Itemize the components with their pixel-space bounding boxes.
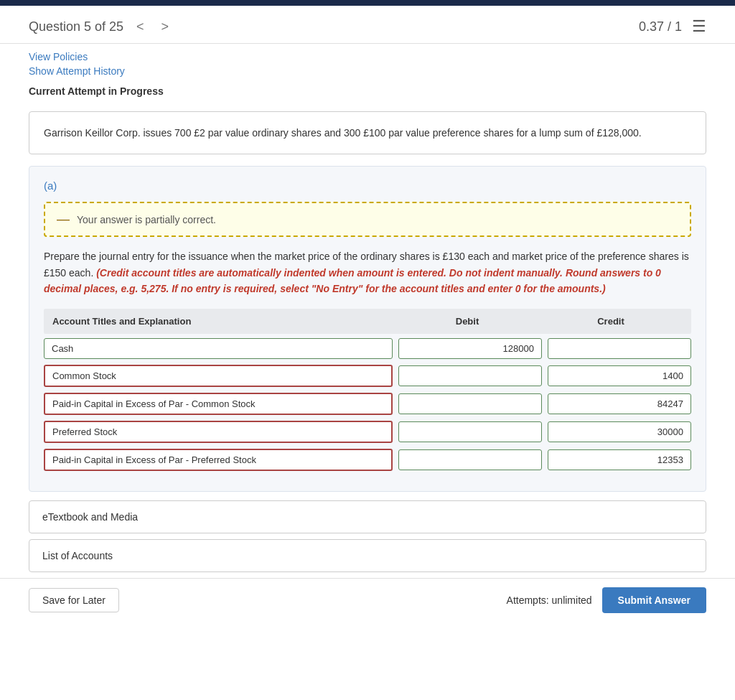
credit-input-1[interactable] [548, 365, 691, 386]
account-input-0[interactable] [44, 338, 393, 359]
debit-input-3[interactable] [398, 421, 542, 442]
col-account-header: Account Titles and Explanation [52, 316, 395, 327]
account-input-1[interactable] [44, 365, 393, 387]
credit-input-3[interactable] [548, 421, 691, 442]
question-box: Garrison Keillor Corp. issues 700 £2 par… [29, 111, 706, 154]
journal-table: Account Titles and Explanation Debit Cre… [44, 309, 691, 471]
question-text: Garrison Keillor Corp. issues 700 £2 par… [44, 127, 642, 139]
show-attempt-history-link[interactable]: Show Attempt History [29, 65, 706, 77]
header-right: 0.37 / 1 ☰ [639, 17, 706, 36]
next-button[interactable]: > [157, 18, 174, 36]
header-left: Question 5 of 25 < > [29, 18, 173, 36]
credit-input-0[interactable] [548, 338, 691, 359]
list-of-accounts-panel[interactable]: List of Accounts [29, 539, 706, 572]
header: Question 5 of 25 < > 0.37 / 1 ☰ [0, 6, 735, 44]
table-row [44, 449, 691, 471]
debit-input-1[interactable] [398, 365, 542, 386]
partial-notice: — Your answer is partially correct. [44, 202, 691, 237]
table-row [44, 365, 691, 387]
save-for-later-button[interactable]: Save for Later [29, 588, 119, 612]
attempts-label: Attempts: unlimited [507, 594, 592, 606]
table-row [44, 421, 691, 443]
col-credit-header: Credit [539, 316, 683, 327]
table-header: Account Titles and Explanation Debit Cre… [44, 309, 691, 334]
debit-input-0[interactable] [398, 338, 542, 359]
current-attempt-area: Current Attempt in Progress [0, 83, 735, 104]
col-debit-header: Debit [395, 316, 539, 327]
table-rows-container [44, 338, 691, 471]
instructions-red: (Credit account titles are automatically… [44, 267, 661, 294]
account-input-3[interactable] [44, 421, 393, 443]
meta-links: View Policies Show Attempt History [0, 44, 735, 83]
credit-input-2[interactable] [548, 393, 691, 414]
score-display: 0.37 / 1 [639, 19, 682, 34]
table-row [44, 393, 691, 415]
table-row [44, 338, 691, 359]
view-policies-link[interactable]: View Policies [29, 51, 706, 62]
top-bar [0, 0, 735, 6]
submit-answer-button[interactable]: Submit Answer [602, 587, 706, 613]
instructions-block: Prepare the journal entry for the issuan… [44, 248, 691, 297]
list-icon[interactable]: ☰ [692, 17, 706, 36]
debit-input-2[interactable] [398, 393, 542, 414]
partial-notice-text: Your answer is partially correct. [77, 214, 216, 225]
account-input-4[interactable] [44, 449, 393, 471]
footer-right: Attempts: unlimited Submit Answer [507, 587, 706, 613]
account-input-2[interactable] [44, 393, 393, 415]
footer-bar: Save for Later Attempts: unlimited Submi… [0, 578, 735, 622]
section-a-label: (a) [44, 179, 691, 192]
credit-input-4[interactable] [548, 449, 691, 470]
prev-button[interactable]: < [132, 18, 149, 36]
page-container: Question 5 of 25 < > 0.37 / 1 ☰ View Pol… [0, 6, 735, 700]
section-a-panel: (a) — Your answer is partially correct. … [29, 166, 706, 491]
question-label: Question 5 of 25 [29, 19, 123, 34]
current-attempt-label: Current Attempt in Progress [29, 85, 164, 97]
bottom-panels: eTextbook and Media List of Accounts [29, 500, 706, 572]
etextbook-panel[interactable]: eTextbook and Media [29, 500, 706, 533]
debit-input-4[interactable] [398, 449, 542, 470]
partial-icon: — [57, 212, 70, 227]
